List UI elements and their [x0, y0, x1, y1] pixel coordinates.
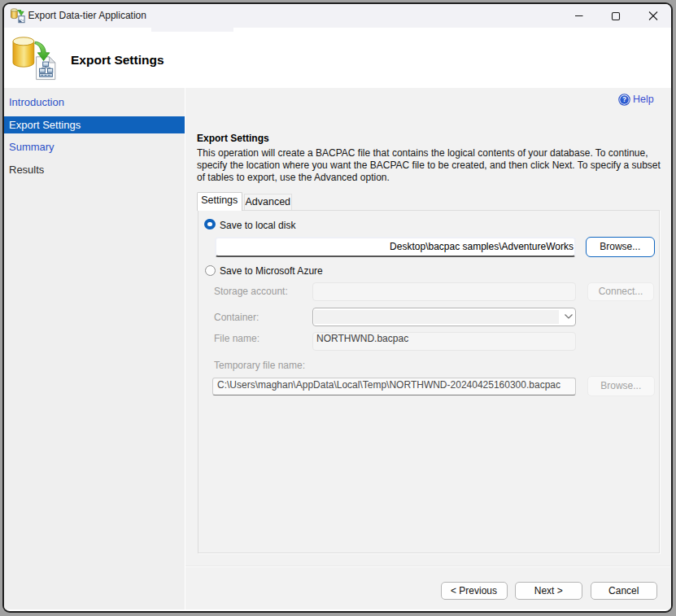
svg-text:?: ? — [621, 96, 626, 103]
